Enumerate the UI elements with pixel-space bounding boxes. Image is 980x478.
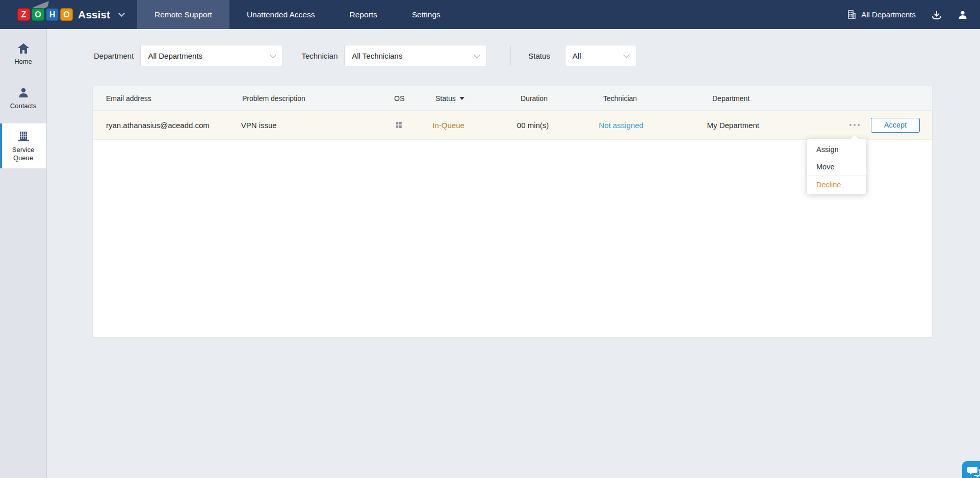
- column-header-problem: Problem description: [242, 94, 394, 103]
- column-header-label: Duration: [521, 94, 548, 103]
- sort-descending-icon[interactable]: [459, 97, 465, 100]
- sidebar-item-service-queue[interactable]: Service Queue: [0, 123, 46, 168]
- primary-nav: Remote Support Unattended Access Reports…: [137, 0, 458, 29]
- cell-email: ryan.athanasius@aceadd.com: [106, 121, 241, 130]
- cell-actions: Accept: [848, 118, 932, 133]
- accept-button[interactable]: Accept: [871, 118, 920, 133]
- topbar-actions: All Departments: [847, 0, 980, 29]
- menu-item-assign[interactable]: Assign: [807, 141, 866, 158]
- chevron-down-icon: [270, 52, 277, 58]
- column-header-label: Department: [712, 94, 750, 103]
- topbar: Z O H O Assist Remote Support Unattended…: [0, 0, 980, 29]
- column-header-technician: Technician: [603, 94, 712, 103]
- service-queue-icon: [17, 130, 30, 142]
- technician-filter-select[interactable]: All Technicians: [344, 45, 487, 66]
- sidebar-item-home[interactable]: Home: [0, 36, 46, 72]
- logo-letter: O: [32, 8, 44, 21]
- status-filter-label: Status: [528, 52, 550, 60]
- row-more-actions-icon[interactable]: [848, 121, 861, 129]
- tab-remote-support[interactable]: Remote Support: [137, 0, 229, 29]
- column-header-os: OS: [394, 94, 435, 103]
- column-header-label: Status: [435, 94, 456, 103]
- chevron-down-icon: [474, 52, 480, 58]
- chevron-down-icon: [623, 52, 630, 58]
- sidebar-item-label: Contacts: [8, 102, 39, 110]
- filters-divider: [510, 45, 511, 66]
- cell-department: My Department: [707, 121, 848, 130]
- department-filter-select[interactable]: All Departments: [140, 45, 283, 66]
- cell-duration: 00 min(s): [517, 121, 599, 130]
- column-header-duration: Duration: [521, 94, 603, 103]
- sidebar-item-label: Service Queue: [8, 146, 39, 162]
- zoho-logo: Z O H O: [17, 8, 73, 21]
- chat-widget-button[interactable]: [962, 461, 980, 478]
- tab-unattended-access[interactable]: Unattended Access: [229, 0, 332, 29]
- contacts-icon: [17, 87, 30, 98]
- tab-reports[interactable]: Reports: [332, 0, 394, 29]
- column-header-label: Problem description: [242, 94, 305, 103]
- chat-bubbles-icon: [967, 465, 980, 478]
- department-scope-label: All Departments: [861, 10, 916, 19]
- sidebar: Home Contacts Service Queue: [0, 29, 47, 478]
- department-filter-label: Department: [94, 52, 134, 60]
- menu-item-decline[interactable]: Decline: [807, 175, 866, 193]
- row-actions-context-menu: Assign Move Decline: [807, 139, 866, 194]
- service-queue-panel: Email address Problem description OS Sta…: [92, 86, 933, 338]
- table-row[interactable]: ryan.athanasius@aceadd.com VPN issue In-…: [93, 111, 932, 140]
- department-scope-selector[interactable]: All Departments: [847, 10, 916, 19]
- zoho-assist-logo[interactable]: Z O H O Assist: [0, 0, 135, 29]
- cell-os: [392, 121, 432, 129]
- column-header-department: Department: [712, 94, 855, 103]
- cell-technician[interactable]: Not assigned: [599, 121, 707, 130]
- status-filter-value: All: [573, 52, 581, 60]
- tab-settings[interactable]: Settings: [395, 0, 458, 29]
- app-switcher-chevron-icon[interactable]: [118, 10, 125, 17]
- sidebar-item-contacts[interactable]: Contacts: [0, 81, 46, 117]
- technician-filter-value: All Technicians: [352, 52, 402, 60]
- download-icon[interactable]: [931, 10, 942, 20]
- status-filter-select[interactable]: All: [565, 45, 636, 66]
- column-header-status[interactable]: Status: [435, 94, 521, 103]
- home-icon: [17, 43, 30, 54]
- column-header-email: Email address: [106, 94, 242, 103]
- queue-filters: Department All Departments Technician Al…: [94, 44, 636, 67]
- cell-problem-description: VPN issue: [241, 121, 392, 130]
- department-filter-value: All Departments: [148, 52, 202, 60]
- menu-item-move[interactable]: Move: [807, 158, 866, 175]
- cell-status: In-Queue: [432, 121, 517, 130]
- column-header-label: OS: [394, 94, 404, 103]
- technician-filter-label: Technician: [301, 52, 338, 60]
- table-header-row: Email address Problem description OS Sta…: [93, 86, 932, 111]
- logo-letter: O: [60, 8, 73, 21]
- product-name: Assist: [78, 9, 110, 21]
- organization-building-icon: [847, 10, 857, 19]
- column-header-label: Email address: [106, 94, 151, 103]
- sidebar-item-label: Home: [8, 58, 39, 66]
- logo-letter: H: [46, 8, 59, 21]
- windows-os-icon: [396, 120, 439, 130]
- user-account-icon[interactable]: [958, 10, 968, 20]
- logo-letter: Z: [17, 8, 30, 21]
- column-header-label: Technician: [603, 94, 637, 103]
